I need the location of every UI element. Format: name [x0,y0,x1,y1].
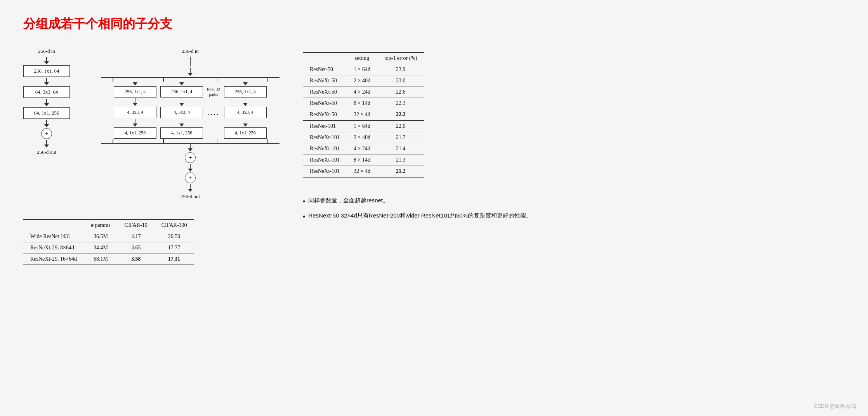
right-label-out: 256-d out [181,193,200,200]
arrow-head-4 [44,124,49,127]
rt-row-1: ResNeXt-50 2 × 40d 23.0 [303,75,424,87]
total-label: total 32paths [207,86,220,97]
rt-setting-4: 32 × 4d [347,109,377,121]
rt-error-0: 23.9 [377,64,424,75]
rt-name-0: ResNet-50 [303,64,347,75]
bt-row-1: ResNeXt-29, 8×64d 34.4M 3.65 17.77 [23,242,194,254]
arrow-line-5 [46,140,47,144]
bullet-dot-0: • [303,197,305,207]
rt-setting-9: 32 × 4d [347,166,377,178]
rt-error-3: 22.3 [377,98,424,109]
arrow-line-2 [46,78,47,82]
plus-circle-right-2: + [185,172,196,183]
b2-arrow1 [179,82,184,85]
right-section: setting top-1 error (%) ResNet-50 1 × 64… [303,48,845,227]
branch-col-2: 256, 1x1, 4 4, 3x3, 4 4, 1x1, 256 [160,82,203,139]
left-box-2: 64, 3x3, 64 [23,86,70,98]
bt-cell-c10-2: 3.58 [118,254,155,265]
bt-header-2: CIFAR-10 [118,219,155,231]
b2-box1: 256, 1x1, 4 [160,86,203,97]
b3-box2: 4, 3x3, 4 [224,107,267,118]
watermark: CSDN @新晓·故知 [814,403,856,410]
rt-header-0 [303,52,347,64]
rt-setting-5: 1 × 64d [347,120,377,132]
rt-name-6: ResNeXt-101 [303,132,347,143]
plus-circle-right-1: + [185,152,196,163]
b1-box1: 256, 1x1, 4 [114,86,156,97]
bt-cell-c100-2: 17.31 [155,254,194,265]
b1-box3: 4, 1x1, 256 [114,127,156,139]
b1-arrow1 [133,82,137,85]
rt-setting-3: 8 × 14d [347,98,377,109]
rt-name-9: ResNeXt-101 [303,166,347,178]
bullet-text-1: ResNext-50 32×4d只有ResNet-200和wider ResNe… [308,212,532,219]
rt-setting-8: 8 × 14d [347,155,377,166]
branch-col-3: 256, 1x1, 4 4, 3x3, 4 4, 1x1, 256 [224,82,267,139]
bt-cell-c100-1: 17.77 [155,242,194,254]
bt-cell-params-0: 36.5M [84,231,118,242]
bullet-item-0: • 同样参数量，全面超越resnet。 [303,197,845,207]
bullet-item-1: • ResNext-50 32×4d只有ResNet-200和wider Res… [303,212,845,222]
bullet-dot-1: • [303,212,305,222]
rt-error-2: 22.6 [377,87,424,98]
bt-cell-params-1: 34.4M [84,242,118,254]
bt-row-0: Wide ResNet [43] 36.5M 4.17 20.50 [23,231,194,242]
rt-error-1: 23.0 [377,75,424,87]
right-label-top: 256-d in [182,48,199,54]
rt-row-0: ResNet-50 1 × 64d 23.9 [303,64,424,75]
rt-name-4: ResNeXt-50 [303,109,347,121]
rt-error-8: 21.3 [377,155,424,166]
rt-name-7: ResNeXt-101 [303,143,347,155]
rt-name-2: ResNeXt-50 [303,87,347,98]
left-section: 256-d in 256, 1x1, 64 64, 3x3, 64 64, 1x… [23,48,279,265]
arrow-line-3 [46,99,47,103]
rt-row-7: ResNeXt-101 4 × 24d 21.4 [303,143,424,155]
rt-header-2: top-1 error (%) [377,52,424,64]
rt-setting-0: 1 × 64d [347,64,377,75]
bt-cell-c100-0: 20.50 [155,231,194,242]
bt-header-1: # params [84,219,118,231]
rt-row-6: ResNeXt-101 2 × 40d 21.7 [303,132,424,143]
rt-row-3: ResNeXt-50 8 × 14d 22.3 [303,98,424,109]
rt-row-4: ResNeXt-50 32 × 4d 22.2 [303,109,424,121]
bt-header-0 [23,219,84,231]
left-box-3: 64, 1x1, 256 [23,107,70,119]
rt-row-2: ResNeXt-50 4 × 24d 22.6 [303,87,424,98]
rt-setting-7: 4 × 24d [347,143,377,155]
rt-setting-1: 2 × 40d [347,75,377,87]
bullet-section: • 同样参数量，全面超越resnet。 • ResNext-50 32×4d只有… [303,193,845,222]
complex-diagram: 256-d in [101,48,279,200]
arrow-head-2 [44,82,49,85]
rt-name-1: ResNeXt-50 [303,75,347,87]
rt-name-5: ResNet-101 [303,120,347,132]
bt-cell-params-2: 68.1M [84,254,118,265]
bt-header-3: CIFAR-100 [155,219,194,231]
bt-cell-name-0: Wide ResNet [43] [23,231,84,242]
bottom-table-container: # params CIFAR-10 CIFAR-100 Wide ResNet … [23,219,279,265]
right-table: setting top-1 error (%) ResNet-50 1 × 64… [303,52,424,178]
b2-box3: 4, 1x1, 256 [160,127,203,139]
arrow-head-3 [44,103,49,106]
page-title: 分组成若干个相同的子分支 [23,16,845,33]
bt-cell-name-2: ResNeXt-29, 16×64d [23,254,84,265]
rt-setting-2: 4 × 24d [347,87,377,98]
arrow-head-1 [44,61,49,64]
bt-cell-name-1: ResNeXt-29, 8×64d [23,242,84,254]
rt-header-1: setting [347,52,377,64]
diagrams-row: 256-d in 256, 1x1, 64 64, 3x3, 64 64, 1x… [23,48,279,200]
bullet-text-0: 同样参数量，全面超越resnet。 [308,197,389,204]
rt-error-6: 21.7 [377,132,424,143]
arrow-line-4 [46,120,47,124]
rt-name-8: ResNeXt-101 [303,155,347,166]
rt-setting-6: 2 × 40d [347,132,377,143]
left-label-top: 256-d in [38,48,55,54]
bt-row-2: ResNeXt-29, 16×64d 68.1M 3.58 17.31 [23,254,194,265]
ellipsis: ···· [208,110,219,120]
left-box-1: 256, 1x1, 64 [23,65,70,77]
b3-box3: 4, 1x1, 256 [224,127,267,139]
arrow-line-1 [46,57,47,61]
bt-cell-c10-1: 3.65 [118,242,155,254]
b3-arrow1 [243,82,248,85]
bt-cell-c10-0: 4.17 [118,231,155,242]
simple-diagram: 256-d in 256, 1x1, 64 64, 3x3, 64 64, 1x… [23,48,70,155]
